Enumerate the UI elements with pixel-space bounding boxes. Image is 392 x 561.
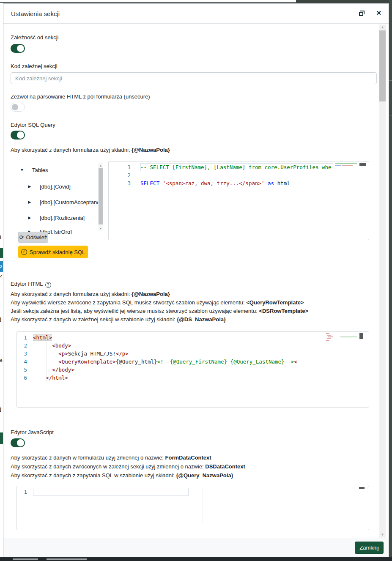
sql-editor-label: Edytor SQL Query — [11, 122, 55, 128]
html-editor-scrollbar-thumb[interactable] — [359, 333, 363, 339]
hint-token: DSDataContext — [205, 463, 245, 470]
tree-item-label: [dbo].[Covid] — [40, 183, 71, 190]
code-line[interactable]: 1<html> — [17, 334, 324, 342]
code-text: </body> — [33, 366, 324, 374]
js-editor-label: Edytor JavaScript — [11, 429, 54, 435]
hint-text: Aby skorzystać z danych z zapytania SQL … — [11, 472, 176, 479]
sql-code-lines[interactable]: 1-- SELECT [FirstName], [LastName] from … — [109, 163, 333, 239]
scroll-down-icon[interactable]: ▼ — [98, 226, 103, 231]
line-number: 2 — [17, 342, 27, 350]
allow-html-toggle[interactable] — [11, 103, 25, 112]
code-line[interactable]: 5 </body> — [17, 366, 324, 374]
code-line[interactable]: 1 — [17, 488, 359, 496]
chevron-collapsed-icon[interactable]: ▶ — [25, 184, 34, 189]
code-line[interactable]: 2 — [109, 171, 333, 179]
code-line[interactable]: 1-- SELECT [FirstName], [LastName] from … — [109, 163, 333, 171]
js-code-editor[interactable]: 1 — [16, 486, 369, 530]
backdrop-fragment — [47, 558, 87, 560]
dependent-code-input[interactable] — [11, 72, 377, 84]
html-editor-label: Edytor HTML — [11, 281, 43, 287]
toggle-knob — [17, 439, 24, 446]
html-editor-heading: Edytor HTML? — [11, 281, 51, 288]
html-hint-4: Aby skorzystać z danych w zależnej sekcj… — [11, 316, 226, 323]
backdrop-fragment: j — [0, 316, 3, 324]
refresh-button[interactable]: ⟳ Odśwież — [18, 232, 48, 243]
code-line[interactable]: 6 </html> — [17, 374, 324, 382]
hint-token: <DSRowTemplate> — [259, 308, 308, 314]
js-editor-scrollbar-thumb[interactable] — [359, 487, 365, 489]
hint-text: Jeśli sekcja zależna jest listą, aby wyś… — [11, 308, 259, 314]
code-text: <html> — [33, 334, 324, 342]
scroll-up-icon[interactable]: ▲ — [379, 25, 386, 30]
html-hint-3: Jeśli sekcja zależna jest listą, aby wyś… — [11, 308, 308, 314]
line-number: 4 — [17, 358, 27, 366]
close-icon[interactable]: ✕ — [376, 9, 381, 17]
code-text: </html> — [33, 374, 324, 382]
hint-text: Aby skorzystać z danych formularza użyj … — [11, 291, 132, 297]
hint-token: {@NazwaPola} — [132, 147, 170, 153]
dependency-toggle[interactable] — [11, 44, 25, 53]
section-settings-dialog: Ustawienia sekcji ✕ Zależność od sekcji … — [3, 3, 389, 557]
help-icon[interactable]: ? — [45, 282, 51, 288]
minimap-line — [335, 165, 341, 166]
sql-editor-scrollbar-thumb[interactable] — [359, 163, 366, 166]
dependent-code-label: Kod zależnej sekcji — [11, 63, 58, 69]
code-text — [33, 488, 189, 496]
html-minimap[interactable] — [325, 332, 359, 407]
js-code-lines[interactable]: 1 — [17, 488, 359, 529]
code-text: <QueryRowTemplate>{@Query_html}<!--{@Que… — [33, 358, 324, 366]
chevron-collapsed-icon[interactable]: ▶ — [25, 200, 34, 204]
sql-editor-toggle[interactable] — [11, 131, 25, 140]
code-line[interactable]: 3 <p>Sekcja HTML/JS!</p> — [17, 350, 324, 358]
tree-scrollbar[interactable]: ▲ ▼ — [98, 163, 103, 231]
tree-root-tables[interactable]: ▼ Tables — [17, 165, 98, 175]
tree-item-rozliczenia[interactable]: ▶ [dbo].[Rozliczenia] — [25, 213, 104, 222]
check-sql-button[interactable]: ✓ Sprawdź składnię SQL — [18, 246, 88, 258]
tree-scrollbar-thumb[interactable] — [99, 168, 103, 224]
line-number: 2 — [109, 171, 131, 179]
backdrop-fragment — [0, 432, 3, 444]
chevron-collapsed-icon[interactable]: ▶ — [25, 216, 34, 220]
line-number: 5 — [17, 366, 27, 374]
js-hint-2: Aby skorzystać z danych zwróconych w zal… — [11, 463, 245, 470]
js-editor-toggle[interactable] — [11, 438, 25, 447]
backdrop-top-right — [296, 0, 392, 3]
minimap-line — [335, 163, 357, 164]
hint-text: Aby wyświetlić wiersze zwrócone z zapyta… — [11, 299, 246, 306]
dialog-title: Ustawienia sekcji — [11, 10, 60, 17]
minimap-line — [326, 340, 329, 341]
scroll-up-icon[interactable]: ▲ — [98, 163, 103, 168]
hint-token: {@DS_NazwaPola} — [177, 316, 226, 323]
minimap-line — [327, 335, 331, 336]
html-code-editor[interactable]: 1<html>2 <body>3 <p>Sekcja HTML/JS!</p>4… — [16, 331, 369, 408]
line-number: 1 — [109, 163, 131, 171]
sql-minimap[interactable] — [334, 161, 359, 240]
backdrop-fragment — [13, 558, 38, 560]
tree-item-covid[interactable]: ▶ [dbo].[Covid] — [25, 182, 104, 191]
backdrop-right-strip — [389, 0, 392, 561]
dialog-scrollbar[interactable]: ▲ ▼ — [379, 25, 386, 538]
backdrop-divider — [389, 115, 392, 115]
dependency-label: Zależność od sekcji — [11, 34, 58, 41]
chevron-expanded-icon[interactable]: ▼ — [17, 168, 27, 172]
backdrop-fragment: z — [0, 261, 3, 272]
code-line[interactable]: 2 <body> — [17, 342, 324, 350]
sql-code-editor[interactable]: 1-- SELECT [FirstName], [LastName] from … — [108, 161, 369, 240]
hint-token: FormDataContext — [165, 454, 211, 461]
code-line[interactable]: 4 <QueryRowTemplate>{@Query_html}<!--{@Q… — [17, 358, 324, 366]
scroll-down-icon[interactable]: ▼ — [379, 532, 386, 538]
allow-html-label: Zezwól na parsowanie HTML z pól formular… — [11, 93, 150, 100]
dialog-scrollbar-thumb[interactable] — [379, 30, 386, 101]
hint-text: Aby skorzystać z danych formularza użyj … — [11, 147, 132, 153]
tree-item-customacceptance[interactable]: ▶ [dbo].[CustomAcceptance — [25, 197, 104, 207]
code-text: SELECT '<span>raz, dwa, trzy...</span>' … — [140, 179, 333, 187]
check-sql-button-label: Sprawdź składnię SQL — [30, 249, 85, 255]
html-code-lines[interactable]: 1<html>2 <body>3 <p>Sekcja HTML/JS!</p>4… — [17, 334, 324, 406]
code-text: -- SELECT [FirstName], [LastName] from c… — [140, 163, 333, 171]
hint-text: Aby skorzystać z danych w zależnej sekcj… — [11, 316, 177, 323]
close-button[interactable]: Zamknij — [355, 542, 384, 554]
restore-window-icon[interactable] — [359, 11, 365, 16]
refresh-button-label: Odśwież — [26, 234, 47, 241]
code-line[interactable]: 3SELECT '<span>raz, dwa, trzy...</span>'… — [109, 179, 333, 187]
tree-item-label: [dbo].[Rozliczenia] — [40, 215, 85, 221]
